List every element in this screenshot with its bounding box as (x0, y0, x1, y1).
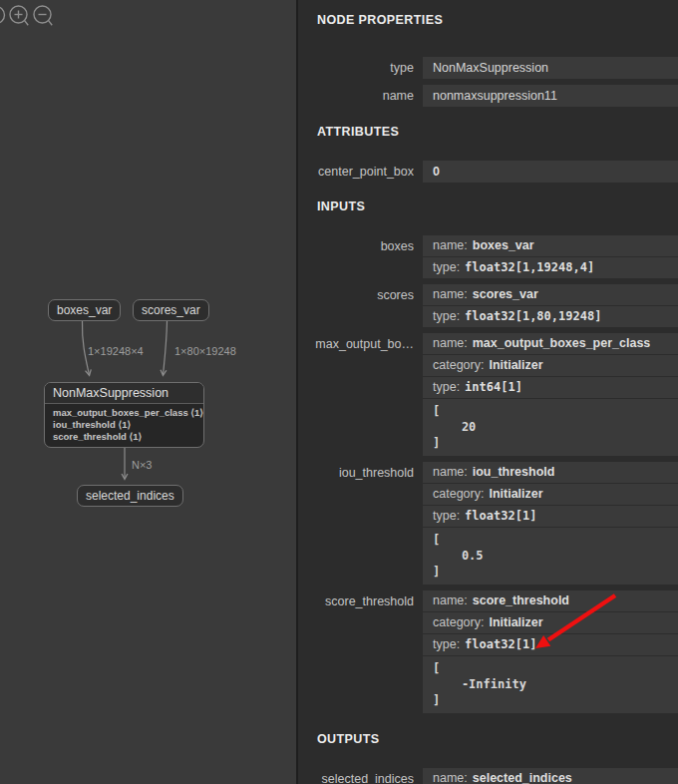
node-attribute-list: max_output_boxes_per_class ⟨1⟩ iou_thres… (45, 404, 203, 447)
property-value: nonmaxsuppression11 (423, 85, 678, 107)
clipped-toolbar-icon (0, 7, 5, 24)
input-row-score-threshold: score_threshold name:score_threshold cat… (298, 590, 678, 713)
detail-type-row: type:float32[1] (423, 505, 678, 527)
property-value: NonMaxSuppression (423, 57, 678, 79)
node-attribute: score_threshold ⟨1⟩ (53, 431, 195, 443)
node-title: NonMaxSuppression (45, 383, 203, 404)
input-row-boxes: boxes name:boxes_var type:float32[1,1924… (298, 235, 678, 278)
app-window: 1×19248×4 1×80×19248 N×3 boxes_var score… (0, 0, 678, 784)
attribute-row-center-point-box: center_point_box 0 (298, 161, 678, 183)
detail-type-row: type:float32[1,80,19248] (423, 305, 678, 327)
attribute-label: center_point_box (298, 161, 414, 183)
attribute-value: 0 (423, 161, 678, 183)
input-detail-card: name:boxes_var type:float32[1,19248,4] (423, 235, 678, 278)
input-detail-card: name:iou_threshold category:Initializer … (423, 462, 678, 585)
detail-name-row: name:iou_threshold (423, 462, 678, 483)
detail-type-row: type:float32[1] (423, 633, 678, 655)
detail-tensor-value: [ 0.5 ] (423, 527, 678, 585)
section-title-outputs: OUTPUTS (298, 733, 678, 746)
graph-canvas[interactable]: 1×19248×4 1×80×19248 N×3 boxes_var score… (0, 0, 296, 784)
input-detail-card: name:scores_var type:float32[1,80,19248] (423, 284, 678, 327)
output-label: selected_indices (298, 768, 414, 784)
zoom-in-button[interactable] (10, 6, 28, 25)
input-label: score_threshold (298, 590, 414, 713)
detail-category-row: category:Initializer (423, 354, 678, 376)
input-row-iou-threshold: iou_threshold name:iou_threshold categor… (298, 462, 678, 585)
section-title-attributes: ATTRIBUTES (298, 126, 678, 139)
detail-tensor-value: [ 20 ] (423, 398, 678, 456)
node-attribute: iou_threshold ⟨1⟩ (53, 419, 195, 431)
input-row-scores: scores name:scores_var type:float32[1,80… (298, 284, 678, 327)
input-label: iou_threshold (298, 462, 414, 585)
zoom-out-button[interactable] (34, 6, 52, 25)
input-detail-card: name:score_threshold category:Initialize… (423, 590, 678, 713)
input-label: scores (298, 284, 414, 327)
detail-type-row: type:int64[1] (423, 376, 678, 398)
property-row-name: name nonmaxsuppression11 (298, 85, 678, 107)
graph-node-scores-var[interactable]: scores_var (133, 299, 209, 321)
property-row-type: type NonMaxSuppression (298, 57, 678, 79)
graph-node-boxes-var[interactable]: boxes_var (48, 299, 121, 321)
input-label: boxes (298, 235, 414, 278)
input-label: max_output_bo… (298, 333, 414, 456)
output-row-selected-indices: selected_indices name:selected_indices t… (298, 768, 678, 784)
detail-name-row: name:boxes_var (423, 235, 678, 256)
detail-name-row: name:selected_indices (423, 768, 678, 784)
property-label: name (298, 85, 414, 107)
property-label: type (298, 57, 414, 79)
section-title-node-properties: NODE PROPERTIES (298, 14, 678, 27)
detail-name-row: name:score_threshold (423, 590, 678, 611)
section-title-inputs: INPUTS (298, 200, 678, 213)
node-attribute: max_output_boxes_per_class ⟨1⟩ (53, 407, 195, 419)
graph-node-selected-indices[interactable]: selected_indices (77, 485, 183, 507)
detail-name-row: name:max_output_boxes_per_class (423, 333, 678, 354)
input-detail-card: name:max_output_boxes_per_class category… (423, 333, 678, 456)
output-detail-card: name:selected_indices type:int64[N,3] (423, 768, 678, 784)
detail-category-row: category:Initializer (423, 611, 678, 633)
edge-shape-label-scores: 1×80×19248 (174, 345, 236, 357)
input-row-max-output-boxes-per-class: max_output_bo… name:max_output_boxes_per… (298, 333, 678, 456)
node-properties-panel: NODE PROPERTIES type NonMaxSuppression n… (298, 0, 678, 784)
detail-name-row: name:scores_var (423, 284, 678, 305)
canvas-toolbar (0, 0, 64, 32)
edge-shape-label-boxes: 1×19248×4 (88, 345, 144, 357)
detail-category-row: category:Initializer (423, 483, 678, 505)
detail-tensor-value: [ -Infinity ] (423, 655, 678, 713)
edge-shape-label-output: N×3 (132, 459, 153, 471)
detail-type-row: type:float32[1,19248,4] (423, 256, 678, 278)
edge-scores-to-nms (164, 321, 168, 375)
graph-node-nonmaxsuppression[interactable]: NonMaxSuppression max_output_boxes_per_c… (44, 382, 204, 448)
